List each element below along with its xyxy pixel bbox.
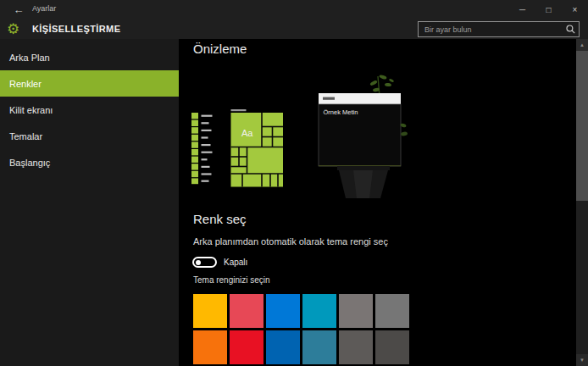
back-arrow-icon[interactable]: ← xyxy=(10,2,27,19)
preview-menu-strip xyxy=(191,113,213,184)
scroll-down-icon[interactable]: ▼ xyxy=(576,354,588,366)
theme-color-swatch[interactable] xyxy=(193,330,227,364)
auto-color-toggle[interactable] xyxy=(192,257,217,268)
search-input[interactable] xyxy=(419,25,563,34)
theme-color-swatch[interactable] xyxy=(339,294,373,328)
theme-color-swatch[interactable] xyxy=(266,294,300,328)
page-title: KİŞİSELLEŞTİRME xyxy=(32,24,120,34)
minimize-button[interactable]: ─ xyxy=(509,0,535,19)
sidebar-item-temalar[interactable]: Temalar xyxy=(0,123,179,149)
top-band: ← Ayarlar ─ □ × ⚙ KİŞİSELLEŞTİRME xyxy=(0,0,588,39)
preview-sample-window: Örnek Metin xyxy=(319,93,401,166)
theme-color-swatch[interactable] xyxy=(302,294,336,328)
sidebar-item-renkler[interactable]: Renkler xyxy=(0,70,179,97)
theme-color-swatch[interactable] xyxy=(266,330,300,364)
theme-color-swatch[interactable] xyxy=(375,294,409,328)
theme-color-swatch[interactable] xyxy=(339,330,373,364)
window-sample-text: Örnek Metin xyxy=(324,108,358,116)
palette-label: Tema renginizi seçin xyxy=(193,275,270,285)
sidebar-item-baslangic[interactable]: Başlangıç xyxy=(0,149,179,175)
sidebar-item-kilit-ekrani[interactable]: Kilit ekranı xyxy=(0,97,179,123)
window-controls: ─ □ × xyxy=(509,0,588,19)
main-content: Önizleme xyxy=(179,39,576,366)
theme-preview-illustration: Aa Örnek Metin xyxy=(179,71,424,205)
sidebar: Arka Plan Renkler Kilit ekranı Temalar B… xyxy=(0,39,179,366)
preview-heading: Önizleme xyxy=(193,42,247,56)
toggle-knob xyxy=(196,260,201,265)
maximize-button[interactable]: □ xyxy=(535,0,562,19)
search-icon[interactable] xyxy=(563,23,577,36)
window-title: Ayarlar xyxy=(32,4,56,13)
theme-color-swatch[interactable] xyxy=(230,294,263,328)
close-button[interactable]: × xyxy=(562,0,588,19)
gear-icon: ⚙ xyxy=(7,21,19,37)
vertical-scrollbar[interactable]: ▲ ▼ xyxy=(576,39,588,366)
settings-window: ← Ayarlar ─ □ × ⚙ KİŞİSELLEŞTİRME Arka P… xyxy=(0,0,588,366)
scrollbar-thumb[interactable] xyxy=(576,51,588,201)
theme-color-swatch[interactable] xyxy=(230,330,263,364)
theme-color-swatch[interactable] xyxy=(375,330,409,364)
preview-start-tiles: Aa xyxy=(231,109,284,187)
search-box[interactable] xyxy=(418,21,580,37)
theme-color-swatch[interactable] xyxy=(193,294,227,328)
theme-color-swatch[interactable] xyxy=(302,330,336,364)
sidebar-item-arka-plan[interactable]: Arka Plan xyxy=(0,44,179,70)
theme-color-grid xyxy=(193,294,410,364)
scroll-up-icon[interactable]: ▲ xyxy=(576,39,588,51)
color-section-heading: Renk seç xyxy=(193,212,247,226)
auto-color-label: Arka planımdan otomatik olarak tema reng… xyxy=(193,236,388,247)
tile-sample-text: Aa xyxy=(241,128,253,138)
toggle-state-label: Kapalı xyxy=(224,258,247,267)
